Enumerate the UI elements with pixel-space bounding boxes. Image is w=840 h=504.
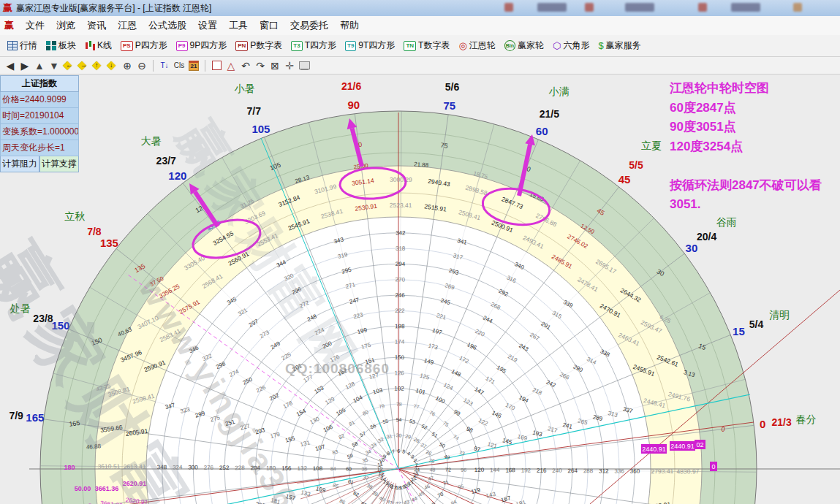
triangle-tool-button[interactable]: △ [225,59,237,72]
titlebar-artifact [698,3,707,12]
svg-text:84: 84 [330,466,336,471]
svg-text:294: 294 [396,261,406,267]
cls-button[interactable]: Cls [173,59,185,72]
toolbar-button-9T四方形[interactable]: T99T四方形 [341,37,399,55]
toolbar-separator [205,60,205,72]
title-bar: 赢 赢家江恩专业版[赢家服务平台] - [上证指数 江恩轮] [0,0,840,17]
menu-item-9[interactable]: 帮助 [334,17,365,34]
svg-text:2793.41: 2793.41 [651,467,674,475]
note-line: 江恩轮中轮时空图 [670,79,838,99]
svg-text:2620.91: 2620.91 [123,480,147,487]
svg-text:180: 180 [266,465,276,471]
toolbar-label: 9T四方形 [358,39,395,52]
toolbar-button-板块[interactable]: 板块 [42,37,80,55]
nav-down-button[interactable]: ▼ [48,59,60,72]
toolbar-label: 9P四方形 [190,39,227,52]
t-down-button[interactable]: T↓ [159,59,170,72]
menu-item-4[interactable]: 公式选股 [143,17,192,34]
toolbar-button-P四方形[interactable]: PSP四方形 [116,37,172,55]
svg-text:3000.29: 3000.29 [390,176,412,183]
toolbar-button-P数字表[interactable]: PNP数字表 [231,37,287,55]
menu-item-2[interactable]: 资讯 [81,17,112,34]
toolbar-button-江恩轮[interactable]: ◎江恩轮 [454,37,499,55]
svg-text:228: 228 [235,465,245,471]
toolbar-label: 行情 [20,39,37,52]
menu-item-5[interactable]: 设置 [192,17,223,34]
note-line [670,156,838,176]
note-line: 3051. [670,195,838,215]
toolbar-label: 江恩轮 [469,39,496,52]
toolbar-button-T四方形[interactable]: T3T四方形 [287,37,341,55]
zoom-in-button[interactable]: ⊕ [121,59,133,72]
grid-icon [7,41,18,50]
nav-up-button[interactable]: ▲ [34,59,45,72]
calendar-button[interactable]: 21 [188,59,200,72]
svg-text:150: 150 [395,354,405,361]
panel-row-3: 周天变化步长=1 [0,140,79,156]
gann-wheel-chart-area[interactable]: 1234567891011121314151617181920212223242… [0,75,840,504]
menu-item-7[interactable]: 窗口 [254,17,284,34]
svg-text:46.88: 46.88 [86,443,102,451]
toolbar-button-赢家服务[interactable]: $赢家服务 [594,37,645,55]
menu-item-1[interactable]: 浏览 [50,17,81,34]
toolbar-button-9P四方形[interactable]: P99P四方形 [172,37,231,55]
kline-icon [85,41,95,50]
svg-text:45: 45 [618,173,631,186]
panel-row-1: 时间=20190104 [0,108,79,124]
svg-text:41: 41 [387,499,393,504]
toolbar-button-K线[interactable]: K线 [80,37,116,55]
toolbar-label: K线 [97,39,112,52]
江恩轮-icon: ◎ [458,41,466,50]
svg-text:0: 0 [760,418,765,430]
toolbar-label: 六角形 [563,39,589,52]
pan-right-button[interactable]: ◆→ [77,60,89,72]
note-line: 120度3254点 [670,137,838,157]
menu-item-3[interactable]: 江恩 [112,17,143,34]
svg-text:21/5: 21/5 [540,108,559,120]
svg-text:30: 30 [396,432,401,438]
svg-text:15: 15 [733,325,745,337]
pan-up-button[interactable]: ◆↑ [92,60,104,72]
toolbar-button-六角形[interactable]: ⬡六角形 [548,37,594,55]
delete-box-button[interactable]: ⊠ [269,59,281,72]
presentation-button[interactable] [298,59,310,72]
svg-text:60: 60 [536,125,548,137]
main-toolbar: 行情板块K线PSP四方形P99P四方形PNP数字表T3T四方形T99T四方形TN… [0,35,840,57]
menu-item-6[interactable]: 工具 [223,17,254,34]
toolbar-button-赢家轮[interactable]: Bin赢家轮 [500,37,548,55]
nav-back-button[interactable]: ◀ [4,59,16,72]
svg-text:立夏: 立夏 [641,140,662,151]
winner-wheel-icon: Bin [504,40,515,51]
menu-item-8[interactable]: 交易委托 [284,17,334,34]
svg-text:7/7: 7/7 [246,105,261,117]
svg-text:6: 6 [397,448,400,454]
rect-tool-button[interactable] [211,59,222,72]
svg-text:36: 36 [361,467,367,472]
menu-item-0[interactable]: 文件 [20,17,50,34]
svg-text:216: 216 [537,467,547,474]
svg-text:谷雨: 谷雨 [716,216,737,228]
zoom-out-button[interactable]: ⊖ [136,59,148,72]
toolbar-separator [153,60,154,72]
nav-forward-button[interactable]: ▶ [19,59,31,72]
计算支撑-button[interactable]: 计算支撑 [39,156,79,172]
PN-badge-icon: PN [235,41,248,51]
svg-text:246: 246 [395,292,405,299]
svg-text:48: 48 [430,467,436,472]
rotate-cw-button[interactable]: ↷ [254,59,266,72]
pan-left-button[interactable]: ◆← [63,60,75,72]
svg-text:120: 120 [474,467,485,473]
center-cross-button[interactable]: ✛ [284,59,295,72]
toolbar-button-行情[interactable]: 行情 [3,37,42,55]
titlebar-artifact [625,3,654,12]
svg-text:小满: 小满 [549,85,570,97]
toolbar-label: 赢家轮 [518,39,544,52]
svg-text:春分: 春分 [796,413,817,425]
计算阻力-button[interactable]: 计算阻力 [0,156,39,172]
toolbar-button-T数字表[interactable]: TNT数字表 [399,37,454,55]
svg-text:252: 252 [219,465,230,471]
rotate-ccw-button[interactable]: ↶ [240,59,251,72]
svg-text:105: 105 [251,123,270,135]
svg-text:270: 270 [396,276,406,283]
pan-down-button[interactable]: ◆↓ [107,60,118,72]
